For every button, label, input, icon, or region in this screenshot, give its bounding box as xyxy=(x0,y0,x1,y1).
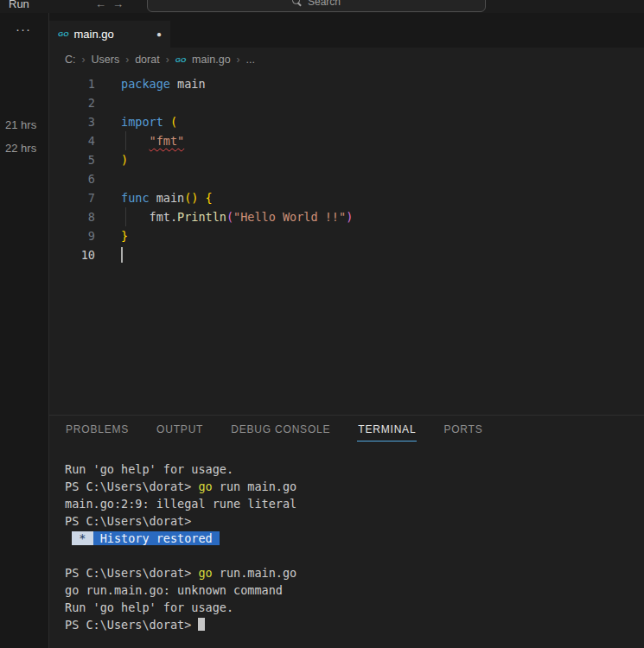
line-number: 10 xyxy=(49,245,95,264)
token: "Hello World !!" xyxy=(233,210,346,224)
token: } xyxy=(121,229,128,243)
code-text: "fmt" xyxy=(121,131,184,150)
token: go xyxy=(198,480,212,493)
terminal-line: PS C:\Users\dorat> go run main.go xyxy=(65,478,644,495)
breadcrumb-separator: › xyxy=(125,54,129,66)
tab-label: main.go xyxy=(73,28,113,41)
breadcrumb-item[interactable]: Users xyxy=(92,54,120,66)
token: ) xyxy=(121,153,128,167)
code-line[interactable]: 1package main xyxy=(49,74,644,93)
terminal-line: PS C:\Users\dorat> xyxy=(65,616,644,633)
breadcrumb-separator: › xyxy=(82,54,86,66)
nav-back-icon[interactable]: ← xyxy=(95,0,106,10)
terminal-line xyxy=(65,547,644,564)
code-text: ) xyxy=(121,150,128,169)
code-line[interactable]: 9} xyxy=(49,226,644,245)
search-label: Search xyxy=(308,0,341,8)
token: ) xyxy=(346,210,353,224)
go-file-icon: GO xyxy=(175,56,186,64)
token: Run 'go help' for usage. xyxy=(65,600,233,614)
panel-tab-ports[interactable]: PORTS xyxy=(443,420,483,442)
terminal-line: Run 'go help' for usage. xyxy=(65,461,644,478)
breadcrumb-symbol-more[interactable]: ... xyxy=(246,54,255,66)
token: main xyxy=(170,77,206,91)
code-text: func main() { xyxy=(121,188,213,207)
more-actions-button[interactable]: ··· xyxy=(16,22,31,36)
panel-tab-problems[interactable]: PROBLEMS xyxy=(65,420,130,442)
breadcrumb-separator: › xyxy=(237,54,240,66)
code-text: package main xyxy=(121,74,206,93)
timeline-item[interactable]: 22 hrs xyxy=(0,137,48,160)
breadcrumb-separator: › xyxy=(166,54,169,66)
editor-group: GO main.go ● C:›Users›dorat›GOmain.go›..… xyxy=(49,13,644,648)
line-number: 8 xyxy=(49,207,95,226)
code-line[interactable]: 7func main() { xyxy=(49,188,644,207)
token: main.go:2:9: illegal rune literal xyxy=(65,497,296,511)
token: PS C:\Users\dorat> xyxy=(65,566,198,580)
line-number: 2 xyxy=(49,93,95,112)
panel-tabs: PROBLEMSOUTPUTDEBUG CONSOLETERMINALPORTS xyxy=(49,416,644,445)
code-line[interactable]: 5) xyxy=(49,150,644,169)
code-line[interactable]: 10 xyxy=(49,245,644,264)
go-file-icon: GO xyxy=(58,30,68,38)
line-number: 9 xyxy=(49,226,95,245)
terminal-line: Run 'go help' for usage. xyxy=(65,599,644,616)
tab-bar: GO main.go ● xyxy=(49,13,644,48)
nav-forward-icon[interactable]: → xyxy=(112,0,124,10)
breadcrumb: C:›Users›dorat›GOmain.go›... xyxy=(49,48,644,72)
token: go run.main.go: unknown command xyxy=(65,583,283,597)
token: import xyxy=(121,115,163,129)
token: Run 'go help' for usage. xyxy=(65,462,233,476)
code-line[interactable]: 8 fmt.Println("Hello World !!") xyxy=(49,207,644,226)
line-number: 3 xyxy=(49,112,95,131)
token: PS C:\Users\dorat> xyxy=(65,618,198,632)
indent-guide-line xyxy=(125,131,126,150)
timeline-item[interactable]: 21 hrs xyxy=(0,113,48,137)
breadcrumb-item[interactable]: dorat xyxy=(135,54,160,66)
tab-main-go[interactable]: GO main.go ● xyxy=(49,21,170,48)
terminal-line: PS C:\Users\dorat> xyxy=(65,512,644,530)
panel-tab-terminal[interactable]: TERMINAL xyxy=(357,420,417,442)
code-line[interactable]: 6 xyxy=(49,169,644,188)
line-number: 1 xyxy=(49,74,95,93)
breadcrumb-file[interactable]: main.go xyxy=(192,54,230,66)
code-text: fmt.Println("Hello World !!") xyxy=(121,207,353,226)
titlebar: Run ← → Search xyxy=(0,0,644,13)
timeline: 21 hrs22 hrs xyxy=(0,113,48,160)
editor-cursor xyxy=(121,247,123,263)
token: PS C:\Users\dorat> xyxy=(65,480,198,493)
line-number: 7 xyxy=(49,188,95,207)
token: PS C:\Users\dorat> xyxy=(65,514,191,528)
terminal-output[interactable]: Run 'go help' for usage.PS C:\Users\dora… xyxy=(49,445,644,633)
code-line[interactable]: 4 "fmt" xyxy=(49,131,644,150)
panel-tab-debug-console[interactable]: DEBUG CONSOLE xyxy=(230,420,331,442)
bottom-panel: PROBLEMSOUTPUTDEBUG CONSOLETERMINALPORTS… xyxy=(49,415,644,648)
token: () { xyxy=(184,191,213,205)
token: run main.go xyxy=(213,480,297,493)
token: fmt. xyxy=(121,210,177,224)
code-text: } xyxy=(121,226,128,245)
code-line[interactable]: 3import ( xyxy=(49,112,644,131)
terminal-cursor xyxy=(198,618,205,631)
token: func xyxy=(121,191,150,205)
main-row: ··· 21 hrs22 hrs GO main.go ● C:›Users›d… xyxy=(0,13,644,648)
panel-tab-output[interactable]: OUTPUT xyxy=(156,420,204,442)
modified-dot-icon[interactable]: ● xyxy=(156,29,162,39)
token: package xyxy=(121,77,170,91)
code-area[interactable]: 1package main23import (4 "fmt"5)67func m… xyxy=(49,72,644,415)
token xyxy=(163,115,170,129)
terminal-line: go run.main.go: unknown command xyxy=(65,581,644,599)
token: go xyxy=(198,566,212,580)
terminal-line: * History restored xyxy=(65,530,644,547)
search-icon xyxy=(292,0,302,6)
token: ( xyxy=(226,210,233,224)
breadcrumb-item[interactable]: C: xyxy=(65,54,76,66)
token: Println xyxy=(177,210,226,224)
token: History restored xyxy=(93,531,220,545)
code-line[interactable]: 2 xyxy=(49,93,644,112)
terminal-line: main.go:2:9: illegal rune literal xyxy=(65,495,644,512)
menu-run[interactable]: Run xyxy=(9,0,29,10)
vscode-window: Run ← → Search ··· 21 hrs22 hrs GO main.… xyxy=(0,0,644,648)
token: ( xyxy=(170,115,177,129)
command-center-search[interactable]: Search xyxy=(147,0,486,12)
